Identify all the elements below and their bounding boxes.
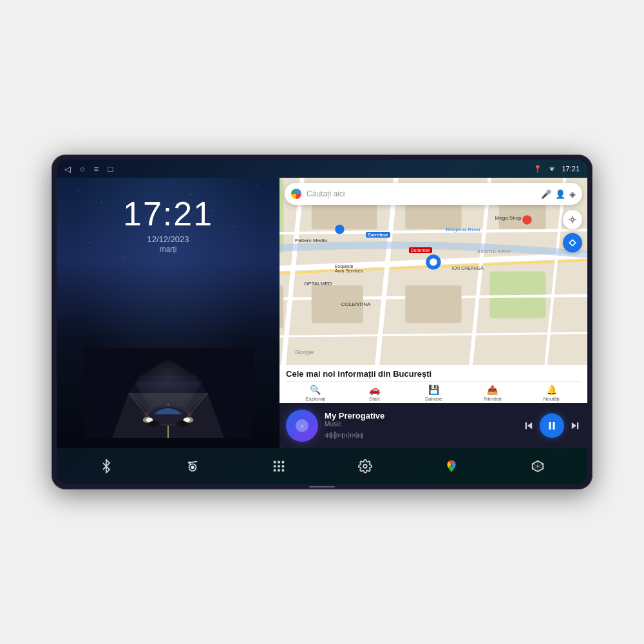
- cube-icon: [531, 459, 545, 473]
- navigate-btn[interactable]: [563, 233, 582, 252]
- map-label-dedeman: Dedeman: [409, 247, 432, 253]
- svg-point-36: [430, 258, 437, 266]
- map-label-pattern: Pattern Media: [295, 238, 327, 243]
- svg-rect-18: [279, 178, 283, 252]
- svg-rect-55: [274, 461, 276, 464]
- nav-radio[interactable]: [185, 459, 200, 473]
- apps-icon: [272, 459, 286, 473]
- nav-settings[interactable]: [358, 459, 372, 473]
- svg-rect-58: [274, 465, 276, 468]
- svg-rect-61: [274, 469, 276, 472]
- nav-explore[interactable]: 🔍 Explorați: [286, 384, 345, 402]
- svg-point-37: [335, 225, 345, 234]
- svg-point-54: [191, 466, 194, 469]
- svg-point-14: [176, 421, 188, 427]
- album-art[interactable]: ♪: [286, 410, 318, 442]
- map-search-bar[interactable]: Căutați aici 🎤 👤 ◈: [285, 183, 582, 205]
- search-placeholder[interactable]: Căutați aici: [307, 189, 536, 198]
- svg-rect-62: [278, 469, 280, 472]
- profile-icon[interactable]: 👤: [555, 189, 565, 199]
- bottom-nav: [57, 448, 587, 484]
- explore-icon: 🔍: [310, 384, 321, 395]
- car-svg: [67, 348, 269, 438]
- location-icon: 📍: [533, 165, 542, 173]
- left-panel: 17:21 12/12/2023 marți: [57, 178, 279, 448]
- svg-rect-48: [549, 422, 551, 430]
- nav-news[interactable]: 🔔 Noutăți: [522, 384, 581, 402]
- map-label-megashop: Mega Shop: [495, 215, 522, 221]
- share-label: Trimiteți: [484, 396, 502, 402]
- svg-point-39: [571, 218, 574, 222]
- mic-icon[interactable]: 🎤: [541, 189, 551, 199]
- explore-label: Explorați: [305, 396, 325, 402]
- recents-nav-btn[interactable]: □: [108, 164, 113, 174]
- svg-rect-56: [278, 461, 280, 464]
- google-logo: [291, 189, 301, 199]
- maps-icon: [444, 459, 459, 473]
- nav-yandex[interactable]: [531, 459, 545, 473]
- svg-point-13: [148, 421, 160, 427]
- svg-rect-32: [405, 285, 461, 323]
- status-bar-right: 📍 17:21: [533, 165, 580, 173]
- map-label-colentina: COLENTINA: [341, 301, 371, 307]
- bluetooth-icon: [99, 459, 113, 473]
- svg-rect-49: [553, 422, 554, 430]
- right-panel: Căutați aici 🎤 👤 ◈ Pattern Media Carrefo…: [279, 178, 587, 448]
- map-area[interactable]: Căutați aici 🎤 👤 ◈ Pattern Media Carrefo…: [279, 178, 587, 365]
- wifi-icon: [547, 166, 556, 172]
- info-bar: Cele mai noi informații din București 🔍 …: [279, 365, 587, 403]
- news-label: Noutăți: [544, 396, 560, 402]
- search-icons: 🎤 👤 ◈: [541, 189, 576, 199]
- music-title: My Prerogative: [325, 411, 516, 421]
- news-icon: 🔔: [546, 384, 557, 395]
- nav-apps[interactable]: [272, 459, 286, 473]
- prev-track-btn[interactable]: [523, 420, 535, 431]
- svg-marker-50: [572, 422, 577, 430]
- map-info-title: Cele mai noi informații din București: [286, 369, 581, 379]
- map-label-oftalmed: OFTALMED: [304, 281, 332, 287]
- music-note-icon: ♪: [301, 422, 304, 430]
- pause-btn[interactable]: [540, 413, 564, 438]
- nav-maps[interactable]: [444, 459, 459, 473]
- back-nav-btn[interactable]: ◁: [64, 164, 71, 174]
- nav-saved[interactable]: 💾 Salvate: [404, 384, 463, 402]
- home-nav-btn[interactable]: ○: [80, 164, 85, 174]
- map-background: [279, 178, 587, 365]
- saved-icon: 💾: [428, 384, 439, 395]
- start-icon: 🚗: [369, 384, 380, 395]
- svg-rect-59: [278, 465, 280, 468]
- map-label-carrefour: Carrefour: [366, 232, 390, 238]
- settings-icon: [358, 459, 372, 473]
- clock-time: 17:21: [123, 194, 213, 233]
- main-content: 17:21 12/12/2023 marți: [57, 178, 587, 448]
- music-player: ♪ My Prerogative Music: [279, 403, 587, 448]
- location-btn[interactable]: [563, 210, 582, 229]
- svg-rect-47: [526, 422, 527, 430]
- map-label-ion: ION CREANGĂ: [452, 266, 484, 270]
- layers-icon[interactable]: ◈: [569, 189, 576, 199]
- svg-rect-34: [279, 285, 283, 327]
- music-info: My Prerogative Music: [325, 411, 516, 440]
- start-label: Start: [369, 396, 380, 402]
- device-screen: ◁ ○ ≡ □ 📍 17:21 17:21 12/12/20: [57, 160, 587, 484]
- map-label-dragon: Dragonul Roșu: [446, 227, 480, 232]
- menu-nav-btn[interactable]: ≡: [94, 164, 99, 174]
- nav-bluetooth[interactable]: [99, 459, 113, 473]
- next-track-btn[interactable]: [569, 420, 581, 431]
- map-controls: [563, 210, 582, 252]
- clock-day: marți: [160, 245, 177, 254]
- google-brand: Google: [295, 349, 314, 355]
- album-art-inner: ♪: [296, 419, 308, 432]
- map-label-judet: JUDEȚUL ILFOV: [477, 249, 511, 254]
- car-scene: [67, 254, 269, 438]
- nav-share[interactable]: 📤 Trimiteți: [463, 384, 522, 402]
- svg-rect-60: [282, 465, 285, 468]
- svg-point-38: [522, 215, 532, 225]
- status-bar: ◁ ○ ≡ □ 📍 17:21: [57, 160, 587, 178]
- radio-icon: [185, 459, 200, 473]
- map-label-exquisite: ExquisiteAuto Services: [335, 264, 363, 273]
- share-icon: 📤: [487, 384, 498, 395]
- svg-point-64: [363, 464, 367, 468]
- svg-rect-57: [282, 461, 285, 464]
- nav-start[interactable]: 🚗 Start: [345, 384, 404, 402]
